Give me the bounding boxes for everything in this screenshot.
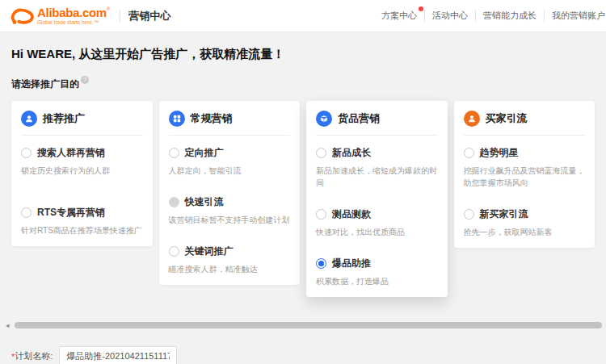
card-recommend-promotion: 推荐推广 搜索人群再营销 锁定历史搜索行为的人群 RTS专属再营销 针对RTS商… bbox=[11, 101, 153, 246]
option-description: 瞄准搜索人群，精准触达 bbox=[169, 263, 291, 275]
card-divider bbox=[169, 135, 291, 136]
radio-icon[interactable] bbox=[169, 246, 179, 257]
card-divider bbox=[21, 135, 143, 136]
grid-icon bbox=[169, 111, 185, 127]
logo-brand-suffix: .com bbox=[79, 6, 107, 19]
option-title: 快速引流 bbox=[185, 195, 224, 209]
header-nav: 方案中心 活动中心 营销能力成长 我的营销账户 bbox=[374, 10, 606, 22]
nav-item-activity-center[interactable]: 活动中心 bbox=[424, 10, 475, 22]
radio-icon bbox=[169, 197, 179, 207]
objective-cards: 推荐推广 搜索人群再营销 锁定历史搜索行为的人群 RTS专属再营销 针对RTS商… bbox=[11, 101, 595, 297]
scroll-left-arrow-icon[interactable]: ◂ bbox=[6, 321, 10, 329]
radio-icon[interactable] bbox=[464, 148, 474, 158]
option-title: 关键词推广 bbox=[185, 245, 234, 258]
app-title: 营销中心 bbox=[128, 9, 170, 23]
card-title: 常规营销 bbox=[191, 111, 233, 126]
package-icon bbox=[316, 111, 332, 127]
radio-icon[interactable] bbox=[316, 258, 326, 269]
nav-item-label: 我的营销账户 bbox=[552, 10, 605, 20]
logo-tagline: Global trade starts here.™ bbox=[37, 20, 110, 26]
notification-dot bbox=[419, 6, 423, 11]
option-description: 该营销目标暂不支持手动创建计划 bbox=[169, 214, 291, 226]
logo-reg-mark: ® bbox=[107, 6, 110, 11]
plan-name-label: 计划名称: bbox=[15, 350, 53, 362]
scrollbar-thumb[interactable] bbox=[15, 322, 602, 328]
question-circle-icon[interactable] bbox=[81, 76, 89, 84]
header-divider bbox=[120, 10, 120, 23]
radio-icon[interactable] bbox=[21, 207, 32, 218]
card-regular-marketing: 常规营销 定向推广 人群定向，智能引流 快速引流 该营销目标暂不支持手动创建计划 bbox=[159, 101, 301, 285]
card-divider bbox=[464, 135, 586, 136]
option-product-testing[interactable]: 测品测款 快速对比，找出优质商品 bbox=[316, 207, 438, 238]
option-new-buyer-traffic[interactable]: 新买家引流 抢先一步，获取网站新客 bbox=[464, 207, 586, 238]
nav-item-my-marketing-account[interactable]: 我的营销账户 bbox=[544, 10, 606, 22]
option-title: 趋势明星 bbox=[480, 146, 519, 160]
option-title: RTS专属再营销 bbox=[37, 206, 105, 220]
option-title: 搜索人群再营销 bbox=[37, 146, 105, 160]
option-hot-product-boost[interactable]: 爆品助推 积累数据，打造爆品 bbox=[316, 257, 438, 287]
option-description: 人群定向，智能引流 bbox=[169, 165, 291, 177]
nav-item-label: 方案中心 bbox=[381, 10, 417, 20]
user-icon bbox=[21, 111, 37, 127]
option-trend-star[interactable]: 趋势明星 挖掘行业飙升品及营销蓝海流量，助您掌握市场风向 bbox=[464, 146, 586, 189]
card-buyer-traffic: 买家引流 趋势明星 挖掘行业飙升品及营销蓝海流量，助您掌握市场风向 新买家引流 … bbox=[454, 101, 595, 248]
option-title: 爆品助推 bbox=[332, 257, 371, 270]
nav-item-label: 营销能力成长 bbox=[483, 10, 537, 20]
card-header: 常规营销 bbox=[169, 111, 291, 127]
option-new-product-growth[interactable]: 新品成长 新品加速成长，缩短成为爆款的时间 bbox=[316, 146, 438, 189]
page-greeting: Hi WEARE, 从这里开始广告推广，获取精准流量！ bbox=[11, 32, 595, 62]
card-header: 买家引流 bbox=[464, 111, 586, 127]
nav-item-marketing-growth[interactable]: 营销能力成长 bbox=[475, 10, 544, 22]
logo-text: Alibaba.com® Global trade starts here.™ bbox=[37, 6, 110, 26]
option-title: 新买家引流 bbox=[480, 207, 528, 221]
option-description: 针对RTS商品在推荐场景快速推广 bbox=[21, 224, 143, 236]
option-title: 定向推广 bbox=[185, 146, 224, 160]
option-quick-traffic: 快速引流 该营销目标暂不支持手动创建计划 bbox=[169, 195, 291, 226]
option-search-retargeting[interactable]: 搜索人群再营销 锁定历史搜索行为的人群 bbox=[21, 146, 143, 177]
card-title: 推荐推广 bbox=[43, 111, 85, 126]
alibaba-logo[interactable]: Alibaba.com® Global trade starts here.™ bbox=[10, 6, 110, 26]
option-description: 锁定历史搜索行为的人群 bbox=[21, 165, 143, 177]
nav-item-label: 活动中心 bbox=[432, 10, 468, 20]
radio-icon[interactable] bbox=[21, 148, 32, 158]
option-rts-retargeting[interactable]: RTS专属再营销 针对RTS商品在推荐场景快速推广 bbox=[21, 206, 143, 236]
option-keyword-promotion[interactable]: 关键词推广 瞄准搜索人群，精准触达 bbox=[169, 245, 291, 275]
plan-name-input[interactable] bbox=[59, 346, 177, 364]
horizontal-scrollbar: ◂ bbox=[11, 321, 595, 329]
logo-brand: Alibaba bbox=[37, 6, 79, 19]
card-title: 货品营销 bbox=[338, 111, 380, 126]
option-description: 挖掘行业飙升品及营销蓝海流量，助您掌握市场风向 bbox=[464, 165, 586, 189]
card-header: 推荐推广 bbox=[21, 111, 143, 127]
user-icon bbox=[464, 111, 480, 127]
option-description: 抢先一步，获取网站新客 bbox=[464, 226, 586, 238]
option-title: 新品成长 bbox=[332, 146, 371, 160]
top-header: Alibaba.com® Global trade starts here.™ … bbox=[0, 0, 606, 32]
card-title: 买家引流 bbox=[486, 111, 528, 126]
option-title: 测品测款 bbox=[332, 207, 371, 221]
main-content: Hi WEARE, 从这里开始广告推广，获取精准流量！ 请选择推广目的 推荐推广… bbox=[0, 32, 606, 364]
option-description: 新品加速成长，缩短成为爆款的时间 bbox=[316, 165, 438, 189]
radio-icon[interactable] bbox=[316, 209, 326, 220]
alibaba-swoosh-icon bbox=[10, 6, 34, 26]
card-product-marketing: 货品营销 新品成长 新品加速成长，缩短成为爆款的时间 测品测款 快速对比，找出优… bbox=[306, 101, 448, 297]
section-title: 请选择推广目的 bbox=[11, 77, 79, 91]
option-description: 快速对比，找出优质商品 bbox=[316, 226, 438, 238]
option-description: 积累数据，打造爆品 bbox=[316, 275, 438, 287]
radio-icon[interactable] bbox=[169, 148, 179, 158]
radio-icon[interactable] bbox=[316, 148, 326, 158]
plan-name-row: * 计划名称: bbox=[11, 346, 595, 364]
section-title-row: 请选择推广目的 bbox=[11, 77, 595, 91]
nav-item-plan-center[interactable]: 方案中心 bbox=[374, 10, 424, 22]
option-targeted-promotion[interactable]: 定向推广 人群定向，智能引流 bbox=[169, 146, 291, 177]
card-header: 货品营销 bbox=[316, 111, 438, 127]
card-divider bbox=[316, 135, 438, 136]
radio-icon[interactable] bbox=[464, 209, 474, 220]
